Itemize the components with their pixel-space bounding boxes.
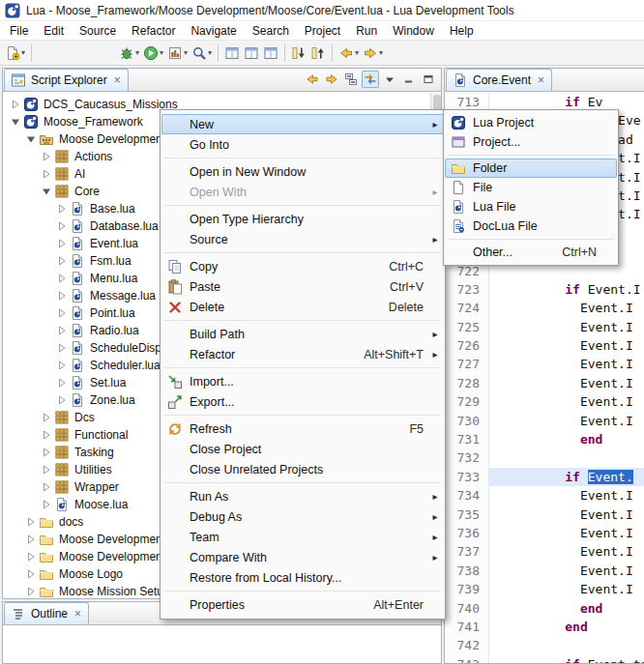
debug-button[interactable]: ▾ [117, 43, 141, 64]
expand-arrow-icon[interactable] [55, 325, 68, 337]
context-menu-new[interactable]: New▸ [161, 114, 444, 134]
open-search-button[interactable]: ▾ [190, 43, 214, 64]
new-submenu-file[interactable]: File [445, 178, 617, 197]
collapse-arrow-icon[interactable] [40, 186, 52, 198]
expand-arrow-icon[interactable] [40, 151, 52, 163]
collapse-all-button[interactable] [342, 71, 360, 88]
expand-arrow-icon[interactable] [9, 99, 21, 111]
code-line-734[interactable]: 734 Event.I [445, 486, 644, 505]
close-icon[interactable]: × [114, 74, 121, 86]
run-button[interactable]: ▾ [141, 43, 165, 64]
next-annotation-button[interactable] [289, 43, 308, 64]
new-submenu-project[interactable]: Project... [445, 132, 617, 152]
code-line-739[interactable]: 739 Event.I [445, 580, 644, 598]
new-submenu-lua-project[interactable]: Lua Project [445, 113, 617, 132]
code-line-738[interactable]: 738 Event.I [445, 562, 644, 580]
new-wizard-button[interactable]: ▾ [3, 43, 27, 64]
expand-arrow-icon[interactable] [24, 516, 37, 529]
expand-arrow-icon[interactable] [40, 447, 52, 459]
context-menu-properties[interactable]: PropertiesAlt+Enter [161, 594, 444, 615]
code-line-725[interactable]: 725 Event.I [445, 318, 644, 336]
menu-source[interactable]: Source [72, 22, 124, 40]
code-line-741[interactable]: 741 end [445, 618, 644, 636]
context-menu-open-in-new-window[interactable]: Open in New Window [161, 161, 444, 182]
context-menu-debug-as[interactable]: Debug As▸ [161, 506, 444, 527]
code-line-727[interactable]: 727 Event.I [445, 355, 644, 373]
new-submenu-folder[interactable]: Folder [445, 159, 617, 178]
context-menu-source[interactable]: Source▸ [161, 229, 444, 249]
code-line-728[interactable]: 728 Event.I [445, 374, 644, 392]
expand-arrow-icon[interactable] [24, 568, 37, 581]
menu-project[interactable]: Project [297, 22, 348, 40]
dropdown-arrow-icon[interactable]: ▾ [21, 48, 25, 57]
collapse-arrow-icon[interactable] [24, 133, 37, 146]
expand-arrow-icon[interactable] [40, 499, 52, 511]
dropdown-arrow-icon[interactable]: ▾ [379, 48, 383, 57]
code-line-723[interactable]: 723 if Event.I [445, 280, 644, 299]
forward-button[interactable] [323, 71, 340, 88]
expand-arrow-icon[interactable] [40, 464, 52, 476]
code-line-740[interactable]: 740 end [445, 599, 644, 618]
expand-arrow-icon[interactable] [55, 377, 68, 390]
tab-outline[interactable]: Outline × [4, 602, 89, 624]
context-menu-close-project[interactable]: Close Project [161, 439, 444, 459]
expand-arrow-icon[interactable] [55, 394, 68, 407]
forward-history-button[interactable]: ▾ [361, 43, 385, 64]
menu-help[interactable]: Help [442, 22, 482, 40]
maximize-button[interactable] [420, 71, 437, 88]
expand-arrow-icon[interactable] [24, 551, 37, 563]
collapse-arrow-icon[interactable] [9, 116, 21, 129]
context-menu-compare-with[interactable]: Compare With▸ [161, 547, 444, 567]
code-line-736[interactable]: 736 Event.I [445, 524, 644, 542]
context-menu-export[interactable]: Export... [161, 391, 444, 412]
context-menu-open-with[interactable]: Open With▸ [161, 182, 444, 202]
menu-edit[interactable]: Edit [36, 22, 72, 40]
expand-arrow-icon[interactable] [24, 586, 37, 598]
new-submenu-doclua-file[interactable]: DocLua File [445, 217, 617, 236]
open-view-3-button[interactable] [261, 43, 280, 64]
context-menu-build-path[interactable]: Build Path▸ [161, 324, 444, 344]
code-line-726[interactable]: 726 Event.I [445, 336, 644, 355]
code-line-730[interactable]: 730 Event.I [445, 412, 644, 430]
code-line-737[interactable]: 737 Event.I [445, 542, 644, 561]
context-menu-refresh[interactable]: RefreshF5 [161, 419, 444, 439]
tab-script-explorer[interactable]: Script Explorer × [4, 69, 129, 91]
dropdown-arrow-icon[interactable]: ▾ [184, 48, 188, 57]
menu-window[interactable]: Window [385, 22, 442, 40]
code-line-724[interactable]: 724 Event.I [445, 299, 644, 317]
code-line-731[interactable]: 731 end [445, 430, 644, 448]
menu-file[interactable]: File [2, 22, 36, 40]
expand-arrow-icon[interactable] [40, 481, 52, 494]
open-view-2-button[interactable] [242, 43, 261, 64]
dropdown-arrow-icon[interactable]: ▾ [208, 48, 212, 57]
code-line-735[interactable]: 735 Event.I [445, 505, 644, 524]
expand-arrow-icon[interactable] [55, 360, 68, 372]
previous-annotation-button[interactable] [308, 43, 328, 64]
code-line-729[interactable]: 729 Event.I [445, 392, 644, 411]
close-icon[interactable]: × [74, 608, 81, 620]
context-menu-copy[interactable]: CopyCtrl+C [161, 256, 444, 276]
view-menu-button[interactable] [381, 71, 398, 88]
context-menu-paste[interactable]: PasteCtrl+V [161, 276, 444, 297]
context-menu-import[interactable]: Import... [161, 371, 444, 391]
coverage-button[interactable]: ▾ [165, 43, 190, 64]
code-line-733[interactable]: 733 if Event. [445, 468, 644, 486]
code-line-732[interactable]: 732 [445, 448, 644, 467]
back-button[interactable] [304, 71, 321, 88]
close-icon[interactable]: × [538, 74, 544, 86]
new-submenu-lua-file[interactable]: Lua File [445, 197, 617, 217]
dropdown-arrow-icon[interactable]: ▾ [135, 48, 139, 57]
menu-navigate[interactable]: Navigate [183, 22, 244, 40]
dropdown-arrow-icon[interactable]: ▾ [355, 48, 359, 57]
expand-arrow-icon[interactable] [55, 342, 68, 355]
expand-arrow-icon[interactable] [40, 168, 52, 181]
expand-arrow-icon[interactable] [55, 307, 68, 320]
context-menu-restore-from-local-history[interactable]: Restore from Local History... [161, 567, 444, 588]
dropdown-arrow-icon[interactable]: ▾ [160, 48, 163, 57]
back-history-button[interactable]: ▾ [337, 43, 361, 64]
new-submenu-other[interactable]: Other...Ctrl+N [445, 243, 617, 262]
expand-arrow-icon[interactable] [55, 203, 68, 216]
context-menu-go-into[interactable]: Go Into [161, 134, 444, 155]
context-menu-run-as[interactable]: Run As▸ [161, 486, 444, 506]
minimize-button[interactable] [400, 71, 418, 88]
